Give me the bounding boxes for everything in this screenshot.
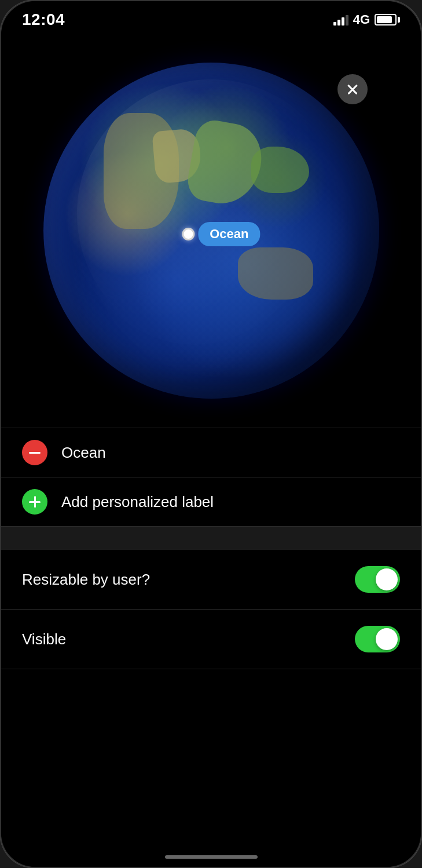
battery-icon xyxy=(375,14,400,25)
globe-section: Ocean xyxy=(1,34,421,428)
signal-bar-4 xyxy=(346,15,348,25)
status-time: 12:04 xyxy=(22,10,65,29)
close-button[interactable] xyxy=(337,74,368,104)
visible-label: Visible xyxy=(22,630,66,648)
battery-body xyxy=(375,14,397,25)
ocean-list-item[interactable]: Ocean xyxy=(1,428,421,477)
status-icons: 4G xyxy=(333,12,400,27)
battery-fill xyxy=(377,16,392,23)
settings-section: Resizable by user? Visible xyxy=(1,550,421,669)
signal-bar-2 xyxy=(337,20,340,25)
visible-setting-item: Visible xyxy=(1,610,421,669)
land-southeast-asia xyxy=(251,147,309,193)
pin-dot-icon xyxy=(182,228,195,240)
bottom-spacer xyxy=(1,669,421,832)
resizable-toggle[interactable] xyxy=(355,566,400,593)
network-label: 4G xyxy=(353,12,370,27)
globe-pin: Ocean xyxy=(182,222,260,246)
section-divider xyxy=(1,527,421,550)
ocean-label-text: Ocean xyxy=(61,444,106,462)
globe-container: Ocean xyxy=(43,63,379,399)
visible-toggle[interactable] xyxy=(355,626,400,652)
signal-bars-icon xyxy=(333,14,348,25)
labels-list-section: Ocean Add personalized label xyxy=(1,428,421,527)
add-label-text: Add personalized label xyxy=(61,493,214,511)
resizable-label: Resizable by user? xyxy=(22,571,150,589)
home-indicator xyxy=(1,832,421,867)
resizable-toggle-thumb xyxy=(376,568,398,590)
add-label-icon[interactable] xyxy=(22,489,47,515)
ocean-label-bubble: Ocean xyxy=(198,222,260,246)
resizable-setting-item: Resizable by user? xyxy=(1,550,421,610)
home-bar xyxy=(165,855,258,859)
land-australia xyxy=(238,247,313,300)
phone-screen: 12:04 4G xyxy=(1,1,421,867)
add-label-item[interactable]: Add personalized label xyxy=(1,477,421,527)
signal-bar-1 xyxy=(333,22,336,25)
status-bar: 12:04 4G xyxy=(1,1,421,34)
signal-bar-3 xyxy=(342,17,344,25)
phone-frame: 12:04 4G xyxy=(0,0,422,868)
remove-ocean-button[interactable] xyxy=(22,440,47,465)
battery-tip xyxy=(398,17,400,23)
visible-toggle-thumb xyxy=(376,628,398,650)
